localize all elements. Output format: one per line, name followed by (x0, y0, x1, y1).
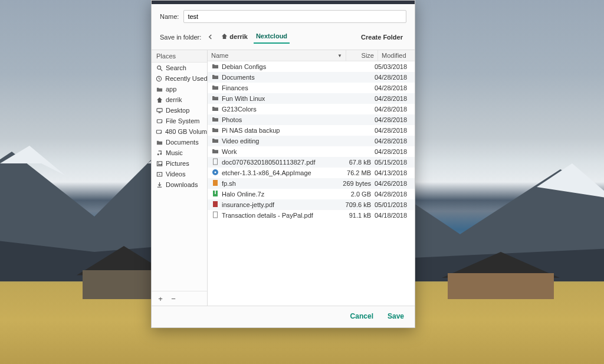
svg-point-23 (215, 172, 216, 173)
create-folder-button[interactable]: Create Folder (357, 31, 406, 43)
disk-icon (156, 118, 163, 124)
file-row[interactable]: Video editing04/28/2018 (208, 136, 415, 146)
svg-rect-26 (215, 191, 216, 194)
svg-rect-27 (213, 201, 218, 207)
file-modified: 04/28/2018 (375, 84, 411, 91)
file-modified: 04/28/2018 (375, 116, 411, 123)
name-label: Name: (160, 13, 179, 20)
folder-icon (211, 126, 219, 135)
column-name[interactable]: Name ▼ (208, 50, 346, 61)
sidebar-item[interactable]: Music (152, 147, 207, 158)
column-modified[interactable]: Modified (378, 50, 415, 61)
breadcrumb-current[interactable]: Nextcloud (254, 30, 290, 44)
remove-bookmark-button[interactable]: − (168, 293, 179, 304)
file-row[interactable]: Transaction details - PayPal.pdf91.1 kB0… (208, 210, 415, 221)
file-name: Debian Configs (222, 63, 343, 70)
file-row[interactable]: Finances04/28/2018 (208, 83, 415, 93)
breadcrumb-parent[interactable]: derrik (219, 31, 250, 44)
file-row[interactable]: etcher-1.3.1-x86_64.AppImage76.2 MB04/13… (208, 168, 415, 178)
generic-icon (211, 211, 219, 219)
home-icon (156, 97, 163, 103)
zip-icon (211, 190, 219, 198)
svg-rect-24 (213, 180, 218, 186)
sidebar-item[interactable]: 480 GB Volume (152, 126, 207, 137)
sidebar-item[interactable]: Desktop (152, 105, 207, 116)
folder-icon (156, 86, 163, 93)
wallpaper-house-right (442, 252, 560, 299)
file-size: 91.1 kB (343, 212, 375, 219)
file-row[interactable]: Fun With Linux04/28/2018 (208, 93, 415, 104)
svg-point-18 (157, 162, 159, 163)
folder-icon (211, 84, 219, 92)
desktop-wallpaper: Name: Save in folder: derrik Nextcloud (0, 0, 604, 364)
file-name: Fun With Linux (222, 95, 343, 102)
folder-icon (156, 139, 163, 146)
sidebar-item[interactable]: Videos (152, 169, 207, 179)
file-row[interactable]: Documents04/28/2018 (208, 72, 415, 83)
sidebar-item-label: Search (166, 64, 186, 71)
sh-icon (211, 179, 219, 188)
save-in-label: Save in folder: (160, 34, 201, 41)
file-name: G213Colors (222, 106, 343, 113)
download-icon (156, 182, 163, 188)
file-row[interactable]: doc07076320180501113827.pdf67.8 kB05/15/… (208, 157, 415, 168)
file-row[interactable]: insurance-jetty.pdf709.6 kB05/01/2018 (208, 199, 415, 210)
generic-icon (211, 158, 219, 166)
sidebar-item[interactable]: Recently Used (152, 73, 207, 84)
file-modified: 04/28/2018 (375, 148, 411, 155)
pictures-icon (156, 160, 163, 167)
home-icon (221, 33, 228, 41)
file-row[interactable]: Halo Online.7z2.0 GB04/28/2018 (208, 189, 415, 199)
file-name: Finances (222, 84, 343, 91)
column-size[interactable]: Size (346, 50, 378, 61)
file-row[interactable]: Debian Configs05/03/2018 (208, 61, 415, 72)
sidebar-item[interactable]: File System (152, 116, 207, 126)
svg-point-15 (157, 153, 159, 155)
file-size: 67.8 kB (343, 159, 375, 166)
svg-marker-5 (537, 163, 604, 199)
file-modified: 04/18/2018 (375, 212, 411, 219)
file-modified: 04/28/2018 (375, 106, 411, 113)
save-file-dialog: Name: Save in folder: derrik Nextcloud (151, 0, 415, 328)
name-input[interactable] (183, 10, 406, 23)
sidebar-item[interactable]: derrik (152, 94, 207, 105)
file-modified: 04/28/2018 (375, 95, 411, 102)
sidebar-item-label: app (166, 86, 176, 93)
file-row[interactable]: Photos04/28/2018 (208, 114, 415, 125)
pdf-icon (211, 201, 219, 209)
file-row[interactable]: Pi NAS data backup04/28/2018 (208, 125, 415, 136)
sidebar-item[interactable]: Documents (152, 137, 207, 147)
sidebar-item-label: Documents (166, 139, 199, 146)
file-size: 709.6 kB (343, 201, 375, 208)
music-icon (156, 150, 163, 156)
svg-rect-9 (156, 108, 162, 112)
file-modified: 04/28/2018 (375, 191, 411, 198)
cancel-button[interactable]: Cancel (350, 312, 373, 320)
sidebar-item-label: Videos (166, 170, 185, 178)
svg-point-16 (160, 153, 162, 155)
svg-line-7 (160, 68, 162, 70)
file-name: Documents (222, 74, 343, 81)
sort-indicator-icon: ▼ (337, 53, 342, 58)
img-icon (211, 169, 219, 177)
places-sidebar: Places SearchRecently UsedappderrikDeskt… (152, 50, 208, 306)
file-row[interactable]: Work04/28/2018 (208, 146, 415, 157)
folder-icon (211, 147, 219, 156)
folder-icon (211, 105, 219, 113)
svg-point-12 (160, 122, 161, 122)
breadcrumb-back-button[interactable] (205, 32, 215, 42)
save-button[interactable]: Save (388, 312, 404, 320)
file-name: Video editing (222, 137, 343, 145)
file-row[interactable]: fp.sh269 bytes04/26/2018 (208, 178, 415, 189)
folder-icon (211, 63, 219, 71)
file-row[interactable]: G213Colors04/28/2018 (208, 104, 415, 114)
folder-icon (211, 137, 219, 145)
sidebar-item[interactable]: Pictures (152, 158, 207, 169)
sidebar-item[interactable]: app (152, 84, 207, 94)
add-bookmark-button[interactable]: + (155, 293, 166, 304)
sidebar-item-label: Pictures (166, 160, 189, 167)
sidebar-item[interactable]: Search (152, 63, 207, 73)
sidebar-item[interactable]: Downloads (152, 179, 207, 190)
file-list-area: Name ▼ Size Modified Debian Configs05/03… (208, 50, 415, 306)
column-headers: Name ▼ Size Modified (208, 50, 415, 61)
